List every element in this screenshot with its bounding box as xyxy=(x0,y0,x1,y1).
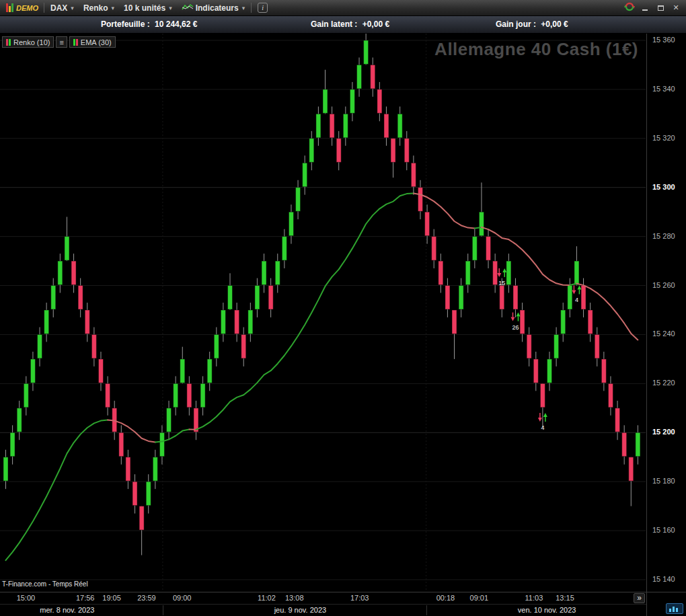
info-button[interactable]: i xyxy=(253,0,272,15)
time-tick-label: 09:01 xyxy=(463,594,495,602)
chevron-down-icon: ▾ xyxy=(112,5,115,11)
time-tick-label: 17:03 xyxy=(344,594,376,602)
price-tick-label: 15 340 xyxy=(652,85,675,93)
trade-marker: 15 xyxy=(497,268,506,286)
latent-gain-value: +0,00 € xyxy=(363,20,389,29)
day-gain-label: Gain jour : xyxy=(496,20,536,29)
day-gain-stat: Gain jour : +0,00 € xyxy=(496,20,568,29)
demo-label: DEMO xyxy=(16,4,38,12)
legend-list-button[interactable]: ≡ xyxy=(56,36,67,48)
svg-text:4: 4 xyxy=(541,424,544,431)
demo-logo-icon xyxy=(6,3,13,12)
price-tick-label: 15 320 xyxy=(652,134,675,142)
date-label: jeu. 9 nov. 2023 xyxy=(250,606,350,614)
svg-text:26: 26 xyxy=(512,324,519,331)
chevron-down-icon: ▾ xyxy=(71,5,74,11)
bottom-axes: mer. 8 nov. 2023jeu. 9 nov. 2023ven. 10 … xyxy=(0,592,686,616)
units-dropdown[interactable]: 10 k unités ▾ xyxy=(119,0,177,15)
time-tick-label: 15:00 xyxy=(9,594,42,602)
chart-plot[interactable]: 152644 Renko (10) ≡ EMA (30) Allemagne 4… xyxy=(0,34,647,592)
day-gain-value: +0,00 € xyxy=(541,20,568,29)
close-icon: ✕ xyxy=(673,3,679,12)
chart-canvas[interactable]: 152644 xyxy=(0,34,646,592)
toolbar-right: ✕ xyxy=(624,1,684,14)
indicators-dropdown[interactable]: Indicateurs ▾ xyxy=(177,0,250,15)
legend-renko[interactable]: Renko (10) xyxy=(2,36,54,48)
time-axis[interactable]: mer. 8 nov. 2023jeu. 9 nov. 2023ven. 10 … xyxy=(0,592,647,616)
close-button[interactable]: ✕ xyxy=(671,3,681,13)
legend-ema-label: EMA (30) xyxy=(81,38,112,46)
instrument-dropdown[interactable]: DAX ▾ xyxy=(46,0,79,15)
maximize-icon xyxy=(658,5,664,11)
price-tick-label: 15 180 xyxy=(652,477,675,485)
day-separator xyxy=(426,605,427,615)
demo-badge: DEMO xyxy=(2,3,42,12)
info-icon: i xyxy=(258,3,268,13)
price-tick-label: 15 200 xyxy=(652,428,675,436)
time-tick-label: 13:15 xyxy=(549,594,581,602)
time-tick-label: 09:00 xyxy=(166,594,198,602)
axis-corner xyxy=(647,592,686,616)
date-label: ven. 10 nov. 2023 xyxy=(496,606,597,614)
instrument-label: DAX xyxy=(50,3,67,13)
price-tick-label: 15 280 xyxy=(652,232,675,240)
time-tick-label: 00:18 xyxy=(429,594,461,602)
date-label: mer. 8 nov. 2023 xyxy=(17,606,118,614)
date-row: mer. 8 nov. 2023jeu. 9 nov. 2023ven. 10 … xyxy=(0,604,646,616)
time-tick-label: 19:05 xyxy=(96,594,128,602)
latent-gain-stat: Gain latent : +0,00 € xyxy=(311,20,389,29)
account-bar: Portefeuille : 10 244,62 € Gain latent :… xyxy=(0,16,686,34)
time-tick-label: 11:03 xyxy=(518,594,550,602)
chart-type-dropdown[interactable]: Renko ▾ xyxy=(79,0,119,15)
units-label: 10 k unités xyxy=(124,3,165,13)
svg-text:15: 15 xyxy=(498,280,505,286)
portfolio-stat: Portefeuille : 10 244,62 € xyxy=(101,20,197,29)
maximize-button[interactable] xyxy=(655,3,666,13)
price-tick-label: 15 240 xyxy=(652,330,675,338)
indicator-curves-icon xyxy=(182,3,194,13)
svg-text:4: 4 xyxy=(575,297,578,303)
time-tick-label: 23:59 xyxy=(130,594,163,602)
latent-gain-label: Gain latent : xyxy=(311,20,357,29)
portfolio-value: 10 244,62 € xyxy=(155,20,197,29)
grid-lines xyxy=(0,34,646,592)
price-tick-label: 15 160 xyxy=(652,526,675,534)
legend-renko-label: Renko (10) xyxy=(13,38,50,46)
price-tick-label: 15 300 xyxy=(652,183,675,191)
trade-marker: 4 xyxy=(572,285,581,303)
minimize-icon xyxy=(642,9,648,11)
chevron-down-icon: ▾ xyxy=(169,5,172,11)
indicators-label: Indicateurs xyxy=(196,3,239,13)
chart-area: 152644 Renko (10) ≡ EMA (30) Allemagne 4… xyxy=(0,34,686,592)
toolbar-separator xyxy=(251,3,252,13)
renko-bricks-icon xyxy=(6,39,11,46)
scroll-to-last-button[interactable]: » xyxy=(634,593,645,603)
mini-bars-icon xyxy=(669,605,681,613)
toolbar-separator xyxy=(44,3,44,13)
price-tick-label: 15 220 xyxy=(652,379,675,387)
time-tick-label: 13:08 xyxy=(278,594,311,602)
list-icon: ≡ xyxy=(59,38,63,46)
chevron-down-icon: ▾ xyxy=(242,5,245,11)
day-separator xyxy=(163,605,163,615)
chart-type-label: Renko xyxy=(83,3,108,13)
price-tick-label: 15 140 xyxy=(652,575,675,583)
chart-panel-button[interactable] xyxy=(666,603,683,614)
sync-icon[interactable] xyxy=(624,1,635,14)
price-tick-label: 15 360 xyxy=(652,36,675,44)
top-toolbar: DEMO DAX ▾ Renko ▾ 10 k unités ▾ Indicat… xyxy=(0,0,686,16)
legend-ema[interactable]: EMA (30) xyxy=(69,36,116,48)
minimize-button[interactable] xyxy=(640,3,650,13)
chart-legend: Renko (10) ≡ EMA (30) xyxy=(2,36,116,48)
realtime-footer-note: T-Finance.com - Temps Réel xyxy=(2,580,88,588)
instrument-watermark: Allemagne 40 Cash (1€) xyxy=(434,39,638,60)
price-tick-label: 15 260 xyxy=(652,281,675,289)
portfolio-label: Portefeuille : xyxy=(101,20,150,29)
price-axis[interactable]: 15 36015 34015 32015 30015 28015 26015 2… xyxy=(647,34,686,592)
ema-indicator-icon xyxy=(73,39,78,46)
